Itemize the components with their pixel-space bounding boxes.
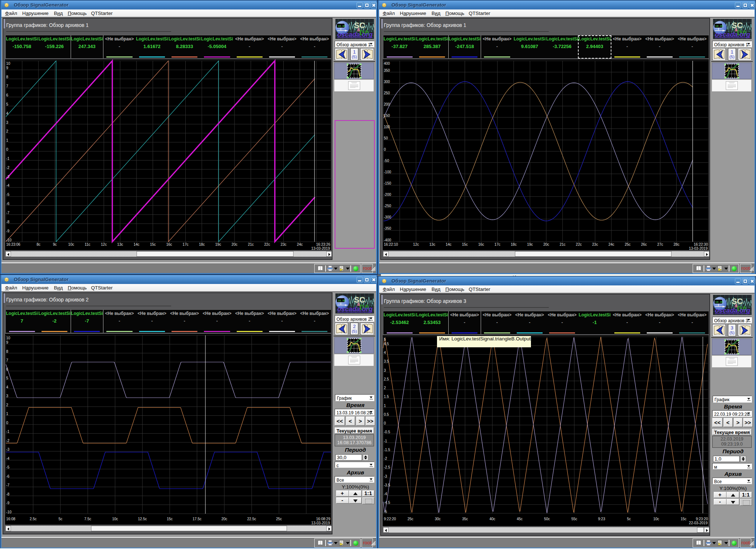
svg-text:5c: 5c xyxy=(59,517,63,521)
svg-text:9c: 9c xyxy=(53,242,57,246)
svg-text:13c: 13c xyxy=(429,242,435,246)
svg-text:4.5: 4.5 xyxy=(384,342,389,346)
svg-text:-6: -6 xyxy=(6,202,9,206)
svg-text:18c: 18c xyxy=(511,242,517,246)
svg-text:23c: 23c xyxy=(592,242,598,246)
svg-text:22-03-2019: 22-03-2019 xyxy=(689,521,708,525)
svg-text:-6: -6 xyxy=(6,474,9,478)
svg-text:20c: 20c xyxy=(543,242,549,246)
svg-text:-7: -7 xyxy=(6,211,9,215)
svg-text:2.5: 2.5 xyxy=(384,377,389,381)
svg-text:18.95: 18.95 xyxy=(338,299,346,302)
svg-text:16c: 16c xyxy=(478,242,484,246)
svg-text:12.5c: 12.5c xyxy=(138,517,147,521)
svg-text:-2: -2 xyxy=(6,166,9,170)
svg-text:0: 0 xyxy=(6,147,8,151)
svg-text:-3: -3 xyxy=(6,447,9,451)
svg-text:15c: 15c xyxy=(150,242,156,246)
svg-text:2: 2 xyxy=(384,386,386,390)
svg-text:17c: 17c xyxy=(182,242,188,246)
svg-text:-2: -2 xyxy=(384,457,387,461)
svg-text:-100: -100 xyxy=(384,170,391,174)
svg-text:14c: 14c xyxy=(134,242,139,246)
svg-text:-2.5: -2.5 xyxy=(384,465,390,469)
svg-text:-1.5: -1.5 xyxy=(384,448,390,452)
svg-text:18.95: 18.95 xyxy=(715,25,724,28)
svg-text:21c: 21c xyxy=(248,242,254,246)
svg-text:400: 400 xyxy=(384,62,390,66)
svg-text:-8: -8 xyxy=(6,220,9,224)
svg-text:oscada.org: oscada.org xyxy=(337,31,373,38)
svg-text:-7: -7 xyxy=(6,483,9,487)
svg-text:-4.5: -4.5 xyxy=(384,501,390,505)
svg-text:1.5: 1.5 xyxy=(384,395,389,399)
svg-text:50c: 50c xyxy=(544,517,550,521)
svg-text:9: 9 xyxy=(6,66,8,70)
svg-text:-4: -4 xyxy=(6,183,9,187)
svg-text:-1: -1 xyxy=(6,430,9,434)
svg-text:250: 250 xyxy=(384,91,390,95)
svg-text:10: 10 xyxy=(6,62,11,66)
svg-text:150: 150 xyxy=(384,114,390,118)
svg-text:23c: 23c xyxy=(280,242,286,246)
svg-text:-0.5: -0.5 xyxy=(384,430,390,434)
svg-text:-150: -150 xyxy=(384,181,391,185)
svg-text:50: 50 xyxy=(384,136,388,140)
svg-text:16:23:26: 16:23:26 xyxy=(316,242,330,246)
svg-text:-10: -10 xyxy=(6,238,12,242)
svg-text:10c: 10c xyxy=(68,242,74,246)
svg-text:3.5: 3.5 xyxy=(384,359,389,363)
svg-text:-350: -350 xyxy=(384,226,391,230)
svg-text:4: 4 xyxy=(6,385,8,389)
svg-text:13-03-2019: 13-03-2019 xyxy=(311,246,330,250)
svg-text:100: 100 xyxy=(384,125,390,129)
svg-text:8c: 8c xyxy=(36,242,40,246)
svg-text:25c: 25c xyxy=(625,242,630,246)
svg-text:350: 350 xyxy=(384,68,390,72)
svg-text:-5: -5 xyxy=(384,510,387,514)
svg-text:-4: -4 xyxy=(384,492,387,496)
svg-text:-8: -8 xyxy=(6,492,9,496)
svg-text:-50: -50 xyxy=(384,159,389,163)
svg-text:16:23:06: 16:23:06 xyxy=(6,242,20,246)
svg-text:5: 5 xyxy=(6,102,8,106)
svg-text:18.95: 18.95 xyxy=(715,301,724,304)
svg-text:-5: -5 xyxy=(6,465,9,469)
svg-text:30c: 30c xyxy=(435,517,441,521)
svg-text:40c: 40c xyxy=(489,517,495,521)
svg-text:1: 1 xyxy=(6,412,8,416)
svg-text:2: 2 xyxy=(6,403,8,407)
svg-text:0: 0 xyxy=(6,421,8,425)
svg-text:16c: 16c xyxy=(166,242,172,246)
svg-text:9: 9 xyxy=(6,340,8,344)
svg-text:3: 3 xyxy=(384,368,386,372)
svg-text:16:08:29: 16:08:29 xyxy=(316,517,330,521)
svg-text:6: 6 xyxy=(6,93,8,97)
svg-text:-250: -250 xyxy=(384,204,391,208)
svg-text:25c: 25c xyxy=(276,517,282,521)
svg-text:8: 8 xyxy=(6,75,8,79)
svg-text:-10: -10 xyxy=(6,510,12,514)
svg-text:14c: 14c xyxy=(446,242,452,246)
svg-text:26c: 26c xyxy=(641,242,647,246)
svg-text:-3: -3 xyxy=(384,474,387,478)
svg-text:15c: 15c xyxy=(681,517,686,521)
svg-text:-9: -9 xyxy=(6,501,9,505)
svg-text:12c: 12c xyxy=(101,242,107,246)
svg-text:20c: 20c xyxy=(232,242,237,246)
svg-text:20c: 20c xyxy=(221,517,227,521)
svg-text:16:22:10: 16:22:10 xyxy=(384,242,398,246)
svg-text:17c: 17c xyxy=(495,242,500,246)
svg-text:45c: 45c xyxy=(517,517,523,521)
svg-text:7: 7 xyxy=(6,84,8,88)
svg-text:0: 0 xyxy=(384,147,386,151)
svg-text:oscada.org: oscada.org xyxy=(337,305,373,313)
svg-text:2.5c: 2.5c xyxy=(30,517,37,521)
svg-text:-3: -3 xyxy=(6,175,9,179)
svg-text:10: 10 xyxy=(6,336,11,340)
svg-text:4: 4 xyxy=(6,111,8,115)
svg-text:24c: 24c xyxy=(297,242,303,246)
svg-text:9:22:20: 9:22:20 xyxy=(384,517,396,521)
svg-text:18c: 18c xyxy=(199,242,205,246)
svg-text:-3.5: -3.5 xyxy=(384,483,390,487)
